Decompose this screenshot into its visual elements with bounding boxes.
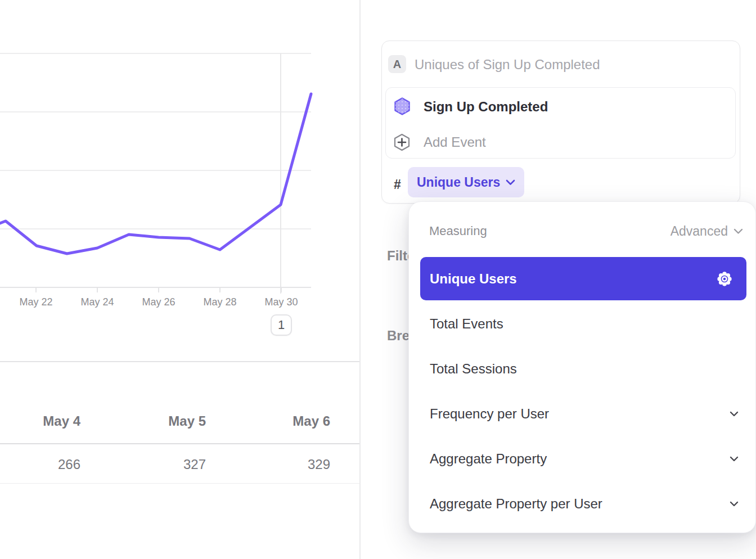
table-cell-may-6: 329	[206, 457, 330, 472]
measuring-mode-toggle[interactable]: Advanced	[670, 224, 743, 239]
event-hexagon-icon	[394, 97, 410, 118]
table-cell-may-5: 327	[82, 457, 206, 472]
table-header-border	[0, 443, 359, 444]
table-bottom-border	[0, 483, 359, 484]
table-header-may-5: May 5	[82, 413, 206, 429]
menu-item-total-events[interactable]: Total Events	[420, 301, 746, 346]
menu-item-total-sessions[interactable]: Total Sessions	[420, 346, 746, 391]
metric-dropdown-trigger[interactable]: Unique Users	[408, 167, 524, 197]
menu-item-label: Unique Users	[430, 271, 517, 287]
menu-item-label: Aggregate Property per User	[430, 496, 602, 512]
chart-annotation-badge[interactable]: 1	[271, 314, 292, 336]
event-selector[interactable]: Sign Up Completed	[424, 99, 548, 115]
chevron-down-icon	[734, 228, 743, 235]
menu-item-label: Aggregate Property	[430, 451, 547, 467]
add-event-icon[interactable]	[394, 133, 410, 154]
x-tick-label: May 30	[264, 296, 298, 308]
table-top-border	[0, 361, 359, 362]
series-title: Uniques of Sign Up Completed	[415, 57, 600, 73]
menu-item-label: Total Sessions	[430, 361, 517, 377]
measuring-header-row: Measuring Advanced	[429, 219, 743, 244]
menu-item-label: Frequency per User	[430, 406, 549, 422]
menu-item-label: Total Events	[430, 316, 503, 332]
metric-hash-symbol: #	[394, 177, 401, 192]
chevron-down-icon	[730, 456, 739, 462]
x-tick-label: May 22	[19, 296, 52, 308]
menu-item-aggregate-property-per-user[interactable]: Aggregate Property per User	[420, 481, 746, 526]
metric-value-label: Unique Users	[417, 175, 500, 190]
insights-line-chart: May 22May 24May 26May 28May 30	[0, 0, 359, 351]
measuring-label: Measuring	[429, 224, 487, 238]
table-header-may-6: May 6	[206, 413, 330, 429]
x-tick-label: May 26	[142, 296, 175, 308]
series-a-badge[interactable]: A	[388, 55, 406, 73]
menu-item-aggregate-property[interactable]: Aggregate Property	[420, 436, 746, 481]
chevron-down-icon	[506, 179, 515, 186]
menu-item-unique-users[interactable]: Unique Users	[420, 257, 746, 300]
table-cell-may-4: 266	[0, 457, 80, 472]
chevron-down-icon	[730, 501, 739, 507]
menu-item-frequency-per-user[interactable]: Frequency per User	[420, 391, 746, 436]
add-event-button[interactable]: Add Event	[424, 134, 486, 150]
x-tick-label: May 28	[203, 296, 236, 308]
pane-divider	[359, 0, 361, 559]
chevron-down-icon	[730, 411, 739, 417]
series-line	[0, 94, 311, 254]
x-tick-label: May 24	[80, 296, 114, 308]
measuring-mode-value: Advanced	[670, 224, 728, 239]
table-header-may-4: May 4	[0, 413, 80, 429]
gear-icon[interactable]	[716, 271, 733, 287]
measuring-dropdown-menu: Measuring Advanced Unique Users	[408, 201, 756, 533]
